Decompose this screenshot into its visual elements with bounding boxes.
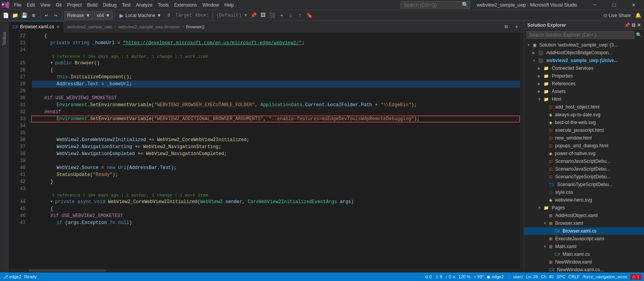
- expand-arrow-icon[interactable]: ▼: [527, 43, 532, 47]
- expand-arrow-icon[interactable]: ▶: [532, 51, 537, 55]
- se-tree-item[interactable]: ⊟style.css: [524, 188, 644, 196]
- redo-btn[interactable]: ↪: [52, 11, 60, 20]
- tab-browser-xaml-cs[interactable]: C# Browser.xaml.cs ✕: [9, 21, 64, 33]
- se-tree-item[interactable]: ◈power-of-native.svg: [524, 150, 644, 157]
- se-tree-item[interactable]: ▼⊞Main.xaml: [524, 243, 644, 250]
- status-user[interactable]: 👤 user/: [507, 274, 523, 279]
- live-share-button[interactable]: ⊙ Live Share: [601, 13, 633, 18]
- se-tree-item[interactable]: ⊡execute_javascript.html: [524, 126, 644, 134]
- se-tree-item[interactable]: ⊡ScenarioJavaScriptDebu...: [524, 165, 644, 173]
- close-button[interactable]: ✕: [625, 0, 642, 10]
- se-tree-item[interactable]: ◈best-of-the-web.svg: [524, 119, 644, 126]
- attach-btn[interactable]: 📌: [249, 11, 258, 20]
- se-tree-item[interactable]: C#Main.xaml.cs: [524, 250, 644, 258]
- step-into-btn[interactable]: ↓: [287, 11, 295, 20]
- status-zoom[interactable]: 120 %: [459, 274, 471, 279]
- se-search-input[interactable]: [527, 31, 634, 39]
- new-project-btn[interactable]: 📄: [2, 11, 10, 20]
- se-tree-item[interactable]: ⊞NewWindow.xaml: [524, 258, 644, 266]
- status-nav-up[interactable]: ↑ 0 ∧: [445, 274, 456, 279]
- default-dropdown[interactable]: (Default) ▼: [215, 13, 249, 18]
- vertical-scrollbar[interactable]: [520, 33, 524, 269]
- menu-build[interactable]: Build: [85, 2, 100, 9]
- minimize-button[interactable]: ─: [586, 0, 604, 10]
- se-tree-item[interactable]: C#NewWindow.xaml.cs...: [524, 266, 644, 272]
- se-tree-item[interactable]: ◈webview-hero.svg: [524, 196, 644, 204]
- maximize-button[interactable]: □: [605, 0, 623, 10]
- step-out-btn[interactable]: ↑: [296, 11, 304, 20]
- se-tree-item[interactable]: ⊡add_host_object.html: [524, 103, 644, 111]
- add-tab-btn[interactable]: ＋: [512, 22, 521, 31]
- se-tree-item[interactable]: ⊡new_window.html: [524, 134, 644, 142]
- se-tree-item[interactable]: ▶⬛AddHostObjectBridgeCompon...: [524, 49, 644, 57]
- se-close-icon[interactable]: ✕: [637, 22, 641, 28]
- expand-arrow-icon[interactable]: ▶: [538, 90, 542, 93]
- status-squiggles[interactable]: ≈ 99*: [474, 274, 484, 279]
- menu-file[interactable]: File: [12, 2, 24, 9]
- expand-arrow-icon[interactable]: ▶: [538, 82, 542, 86]
- se-tree-item[interactable]: ▼⊞Browser.xaml: [524, 219, 644, 227]
- tab-close-icon[interactable]: ✕: [56, 24, 60, 29]
- expand-arrow-icon[interactable]: ▶: [538, 74, 542, 78]
- se-tree-item[interactable]: ⊡ScenarioJavaScriptDebu...: [524, 157, 644, 165]
- se-tree-item[interactable]: ⊞AddHostObject.xaml: [524, 212, 644, 219]
- arch-dropdown[interactable]: x64 ▼: [94, 11, 113, 20]
- menu-git[interactable]: Git: [54, 2, 64, 9]
- se-tree-item[interactable]: ▶📁Assets: [524, 88, 644, 95]
- split-editor-btn[interactable]: ⊟: [502, 22, 511, 31]
- se-tree-item[interactable]: ⊞ExecuteJavascript.xaml: [524, 235, 644, 243]
- expand-arrow-icon[interactable]: ▼: [538, 206, 542, 210]
- se-pin-icon[interactable]: 📌: [624, 22, 630, 28]
- horizontal-scrollbar[interactable]: [9, 269, 524, 272]
- expand-arrow-icon[interactable]: ▶: [538, 66, 542, 70]
- menu-edit[interactable]: Edit: [24, 2, 37, 9]
- fold-arrow-icon[interactable]: ▼: [50, 198, 55, 205]
- se-tree-item[interactable]: ▼▣Solution 'webview2_sample_uwp' (3...: [524, 41, 644, 49]
- status-warnings[interactable]: ⚠ 8: [435, 274, 442, 279]
- menu-extensions[interactable]: Extensions: [172, 2, 199, 9]
- menu-debug[interactable]: Debug: [100, 2, 119, 9]
- se-tree-item[interactable]: ▼📁Html: [524, 95, 644, 103]
- status-errors[interactable]: ⊘ 0: [425, 274, 432, 279]
- expand-arrow-icon[interactable]: ▼: [543, 245, 548, 248]
- run-button[interactable]: ▶ Local Machine ▼: [117, 11, 164, 20]
- menu-test[interactable]: Test: [120, 2, 133, 9]
- step-over-btn[interactable]: ↷: [277, 11, 286, 20]
- save-all-btn[interactable]: ⊞: [29, 11, 38, 20]
- menu-view[interactable]: View: [38, 2, 53, 9]
- save-btn[interactable]: 💾: [20, 11, 29, 20]
- fold-arrow-icon[interactable]: ▼: [50, 60, 55, 67]
- code-content[interactable]: {private string _homeUrl = "https://deve…: [29, 33, 520, 269]
- menu-tools[interactable]: Tools: [155, 2, 171, 9]
- bookmark-btn[interactable]: 🔖: [305, 11, 314, 20]
- se-tree-item[interactable]: C#Browser.xaml.cs: [524, 227, 644, 235]
- notifications-btn[interactable]: 🔔: [634, 11, 642, 20]
- expand-arrow-icon[interactable]: ▼: [543, 221, 548, 225]
- expand-arrow-icon[interactable]: ▼: [532, 59, 537, 62]
- se-undock-icon[interactable]: ⊟: [632, 22, 635, 28]
- status-notification[interactable]: ⚠ 1: [630, 274, 641, 279]
- status-edge2[interactable]: ◉ edge2: [487, 274, 504, 279]
- open-btn[interactable]: 📁: [11, 11, 19, 20]
- breakpoint-btn[interactable]: ⬛: [268, 11, 276, 20]
- expand-arrow-icon[interactable]: ▼: [538, 97, 542, 101]
- se-tree-item[interactable]: ▼📁Pages: [524, 204, 644, 212]
- menu-window[interactable]: Window: [200, 2, 221, 9]
- menu-project[interactable]: Project: [65, 2, 84, 9]
- se-tree-item[interactable]: ▶📁Connected Services: [524, 64, 644, 72]
- menu-help[interactable]: Help: [222, 2, 237, 9]
- se-tree-item[interactable]: ⊡ScenarioTypeScriptDebu...: [524, 173, 644, 181]
- pause-btn[interactable]: ⏸: [164, 11, 173, 20]
- se-tree-item[interactable]: ⊡popups_and_dialogs.html: [524, 142, 644, 150]
- global-search-input[interactable]: [401, 1, 470, 9]
- se-tree-item[interactable]: TSScenarioTypeScriptDebu...: [524, 181, 644, 188]
- status-force-nav[interactable]: /force_navigation_wcos: [583, 274, 627, 279]
- config-dropdown[interactable]: Release ▼: [64, 11, 93, 20]
- screenshot-btn[interactable]: 🖼: [259, 11, 267, 20]
- se-tree-item[interactable]: ▶📁Properties: [524, 72, 644, 80]
- status-branch[interactable]: ⎇ edge2: [3, 274, 21, 279]
- menu-analyze[interactable]: Analyze: [134, 2, 155, 9]
- se-tree-item[interactable]: ▼⬛webview2_sample_uwp (Unive...: [524, 57, 644, 64]
- se-tree-item[interactable]: ▶📁References: [524, 80, 644, 88]
- se-tree-item[interactable]: ◈always-up-to-date.svg: [524, 111, 644, 119]
